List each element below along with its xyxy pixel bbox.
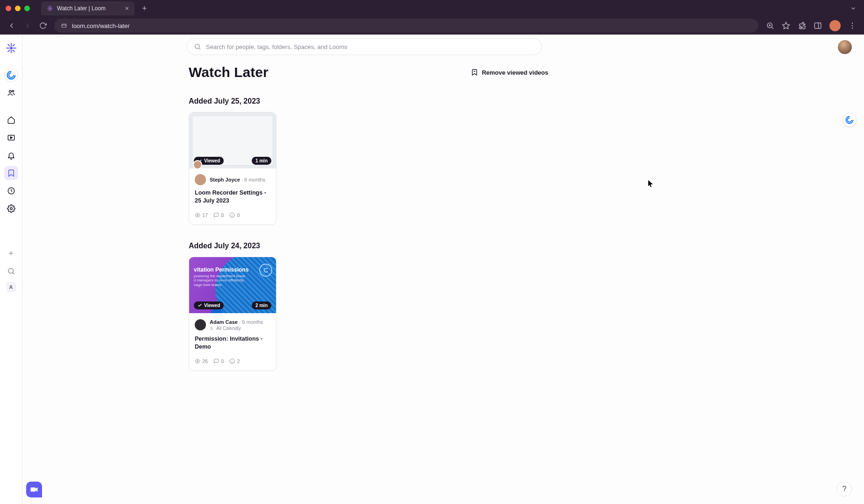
- topbar: Search for people, tags, folders, Spaces…: [22, 35, 864, 59]
- library-icon[interactable]: [4, 131, 18, 145]
- svg-rect-9: [62, 24, 66, 28]
- svg-line-37: [13, 273, 14, 274]
- svg-marker-33: [10, 137, 12, 139]
- svg-point-21: [10, 47, 13, 49]
- search-input[interactable]: Search for people, tags, folders, Spaces…: [187, 38, 542, 55]
- svg-rect-3: [47, 8, 49, 8]
- svg-marker-15: [783, 22, 790, 29]
- svg-rect-29: [7, 49, 10, 52]
- smile-icon: [229, 358, 235, 364]
- svg-point-30: [9, 91, 11, 93]
- duration-badge: 1 min: [252, 157, 271, 165]
- help-button[interactable]: ?: [837, 482, 852, 497]
- search-sidebar-icon[interactable]: [4, 264, 18, 278]
- video-card[interactable]: vitation Permissions powering the depart…: [189, 257, 276, 371]
- workspace-calendly-icon[interactable]: [4, 68, 18, 82]
- video-title: Permission: Invitations - Demo: [195, 335, 270, 351]
- svg-rect-28: [12, 44, 14, 47]
- search-placeholder: Search for people, tags, folders, Spaces…: [206, 43, 347, 50]
- video-thumbnail[interactable]: vitation Permissions powering the depart…: [189, 257, 276, 313]
- back-button[interactable]: [7, 21, 16, 30]
- workspace-letter[interactable]: A: [6, 282, 16, 292]
- video-age: 8 months: [244, 177, 265, 182]
- thumb-overlay-sub: powering the department leads d managers…: [194, 274, 245, 287]
- bookmark-remove-icon: [471, 69, 478, 76]
- maximize-window[interactable]: [24, 6, 30, 11]
- bookmark-star-icon[interactable]: [782, 21, 790, 30]
- svg-point-36: [8, 268, 14, 273]
- notifications-icon[interactable]: [4, 148, 18, 162]
- remove-viewed-button[interactable]: Remove viewed videos: [471, 69, 548, 76]
- svg-line-39: [199, 48, 200, 49]
- svg-rect-27: [12, 49, 14, 52]
- svg-point-47: [230, 359, 234, 364]
- chrome-menu-icon[interactable]: [848, 21, 857, 30]
- calendly-float-icon[interactable]: [843, 113, 857, 127]
- people-small-icon: [210, 326, 214, 331]
- record-button[interactable]: [26, 482, 42, 497]
- main: Watch Later Remove viewed videos Added J…: [22, 59, 864, 406]
- author-row: Steph Joyce · 8 months: [195, 174, 270, 185]
- watch-later-icon[interactable]: [4, 166, 18, 180]
- cursor-icon: [648, 180, 654, 188]
- svg-rect-22: [11, 43, 12, 46]
- tabs-dropdown-icon[interactable]: [850, 5, 857, 12]
- camera-icon: [30, 485, 38, 494]
- svg-rect-16: [814, 23, 821, 28]
- history-icon[interactable]: [4, 184, 18, 198]
- add-button[interactable]: +: [4, 246, 18, 260]
- zoom-icon[interactable]: [766, 21, 774, 30]
- svg-point-41: [197, 214, 198, 216]
- video-space: All Calendly: [210, 325, 263, 331]
- reload-button[interactable]: [39, 22, 47, 29]
- svg-line-12: [772, 27, 773, 28]
- video-stats: 26 0 2: [195, 358, 270, 364]
- minimize-window[interactable]: [15, 6, 21, 11]
- svg-point-38: [195, 44, 199, 49]
- svg-rect-2: [50, 9, 50, 11]
- author-row: Adam Case · 9 months All Calendly: [195, 319, 270, 331]
- thumb-overlay-title: vitation Permissions: [194, 266, 248, 273]
- new-tab-button[interactable]: +: [142, 4, 147, 14]
- svg-point-18: [852, 23, 853, 24]
- video-age: 9 months: [242, 319, 263, 325]
- viewed-badge: Viewed: [194, 301, 224, 309]
- people-icon[interactable]: [4, 86, 18, 100]
- video-card[interactable]: Viewed 1 min Steph Joyce · 8 months Loom…: [189, 112, 276, 225]
- comment-icon: [213, 212, 219, 218]
- svg-point-35: [10, 208, 12, 210]
- url-text: loom.com/watch-later: [72, 22, 130, 29]
- settings-icon[interactable]: [4, 202, 18, 216]
- svg-rect-23: [11, 50, 12, 53]
- remove-viewed-label: Remove viewed videos: [482, 69, 548, 76]
- video-thumbnail[interactable]: Viewed 1 min: [189, 112, 276, 168]
- search-icon: [194, 43, 201, 50]
- svg-rect-6: [50, 9, 52, 11]
- loom-favicon-icon: [47, 5, 53, 12]
- user-avatar[interactable]: [838, 40, 852, 54]
- video-stats: 17 0 0: [195, 212, 270, 218]
- home-icon[interactable]: [4, 113, 18, 127]
- extensions-icon[interactable]: [798, 21, 806, 30]
- svg-rect-25: [13, 48, 16, 49]
- author-avatar: [195, 174, 206, 185]
- comment-icon: [213, 358, 219, 364]
- close-window[interactable]: [6, 6, 11, 11]
- loom-logo-icon[interactable]: [4, 41, 18, 55]
- svg-point-19: [852, 25, 853, 26]
- forward-button[interactable]: [23, 21, 32, 30]
- svg-rect-8: [48, 9, 50, 11]
- site-info-icon[interactable]: [61, 22, 67, 29]
- browser-chrome: Watch Later | Loom × + loom.com/watch-la…: [0, 0, 864, 35]
- chrome-profile-avatar[interactable]: [829, 20, 841, 31]
- author-name: Adam Case: [210, 319, 238, 325]
- reactions-stat: 2: [229, 358, 240, 364]
- address-bar[interactable]: loom.com/watch-later: [54, 19, 758, 33]
- views-stat: 26: [195, 358, 208, 364]
- thumbnail-author-avatar: [193, 160, 202, 169]
- sidepanel-icon[interactable]: [814, 21, 822, 30]
- section-heading: Added July 24, 2023: [189, 242, 864, 250]
- tab-close-icon[interactable]: ×: [125, 5, 129, 12]
- svg-rect-24: [6, 48, 9, 49]
- browser-tab[interactable]: Watch Later | Loom ×: [41, 1, 135, 15]
